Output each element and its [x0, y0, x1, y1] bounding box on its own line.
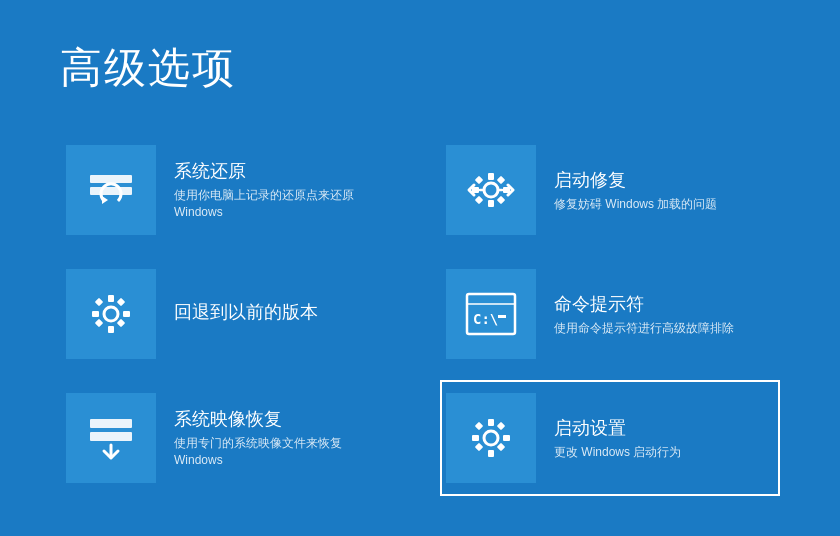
svg-rect-35: [475, 443, 483, 451]
option-cmd[interactable]: C:\ 命令提示符 使用命令提示符进行高级故障排除: [440, 256, 780, 372]
svg-point-12: [104, 307, 118, 321]
startup-repair-icon: [446, 145, 536, 235]
svg-rect-5: [488, 200, 494, 207]
svg-rect-19: [95, 319, 103, 327]
svg-rect-1: [90, 187, 132, 195]
svg-rect-33: [475, 422, 483, 430]
option-cmd-title: 命令提示符: [554, 292, 734, 316]
option-startup-repair-title: 启动修复: [554, 168, 717, 192]
page-title: 高级选项: [60, 40, 780, 96]
option-system-restore[interactable]: 系统还原 使用你电脑上记录的还原点来还原 Windows: [60, 132, 400, 248]
svg-rect-25: [90, 419, 132, 428]
svg-rect-0: [90, 175, 132, 183]
svg-rect-26: [90, 432, 132, 441]
svg-rect-36: [497, 422, 505, 430]
option-startup-repair-text: 启动修复 修复妨碍 Windows 加载的问题: [554, 168, 717, 213]
svg-point-3: [484, 183, 498, 197]
option-go-back-text: 回退到以前的版本: [174, 300, 318, 328]
startup-settings-icon: [446, 393, 536, 483]
sysimage-icon: [66, 393, 156, 483]
cmd-icon: C:\: [446, 269, 536, 359]
option-sys-image-desc: 使用专门的系统映像文件来恢复 Windows: [174, 435, 342, 469]
option-startup-repair[interactable]: 启动修复 修复妨碍 Windows 加载的问题: [440, 132, 780, 248]
svg-rect-16: [123, 311, 130, 317]
svg-rect-15: [92, 311, 99, 317]
svg-rect-4: [488, 173, 494, 180]
svg-text:C:\: C:\: [473, 311, 498, 327]
option-go-back-title: 回退到以前的版本: [174, 300, 318, 324]
option-cmd-text: 命令提示符 使用命令提示符进行高级故障排除: [554, 292, 734, 337]
svg-rect-30: [488, 450, 494, 457]
option-sys-image-title: 系统映像恢复: [174, 407, 342, 431]
option-startup-settings-desc: 更改 Windows 启动行为: [554, 444, 681, 461]
option-go-back[interactable]: 回退到以前的版本: [60, 256, 400, 372]
option-system-restore-desc: 使用你电脑上记录的还原点来还原 Windows: [174, 187, 354, 221]
svg-marker-2: [102, 196, 108, 204]
svg-rect-29: [488, 419, 494, 426]
svg-rect-31: [472, 435, 479, 441]
svg-rect-13: [108, 295, 114, 302]
svg-rect-34: [497, 443, 505, 451]
svg-rect-8: [475, 176, 483, 184]
svg-rect-9: [497, 196, 505, 204]
svg-rect-32: [503, 435, 510, 441]
option-system-restore-title: 系统还原: [174, 159, 354, 183]
svg-rect-14: [108, 326, 114, 333]
option-startup-settings-title: 启动设置: [554, 416, 681, 440]
svg-rect-17: [95, 298, 103, 306]
svg-rect-10: [475, 196, 483, 204]
page-container: 高级选项 系统还原 使用你电脑上记录的还原点来还原 Windows: [0, 0, 840, 536]
option-sys-image[interactable]: 系统映像恢复 使用专门的系统映像文件来恢复 Windows: [60, 380, 400, 496]
svg-rect-20: [117, 298, 125, 306]
svg-rect-11: [497, 176, 505, 184]
option-startup-repair-desc: 修复妨碍 Windows 加载的问题: [554, 196, 717, 213]
option-system-restore-text: 系统还原 使用你电脑上记录的还原点来还原 Windows: [174, 159, 354, 221]
option-startup-settings-text: 启动设置 更改 Windows 启动行为: [554, 416, 681, 461]
option-startup-settings[interactable]: 启动设置 更改 Windows 启动行为: [440, 380, 780, 496]
options-grid: 系统还原 使用你电脑上记录的还原点来还原 Windows: [60, 132, 780, 496]
svg-rect-18: [117, 319, 125, 327]
svg-rect-24: [498, 315, 506, 318]
restore-icon: [66, 145, 156, 235]
svg-point-28: [484, 431, 498, 445]
option-sys-image-text: 系统映像恢复 使用专门的系统映像文件来恢复 Windows: [174, 407, 342, 469]
goback-icon: [66, 269, 156, 359]
option-cmd-desc: 使用命令提示符进行高级故障排除: [554, 320, 734, 337]
